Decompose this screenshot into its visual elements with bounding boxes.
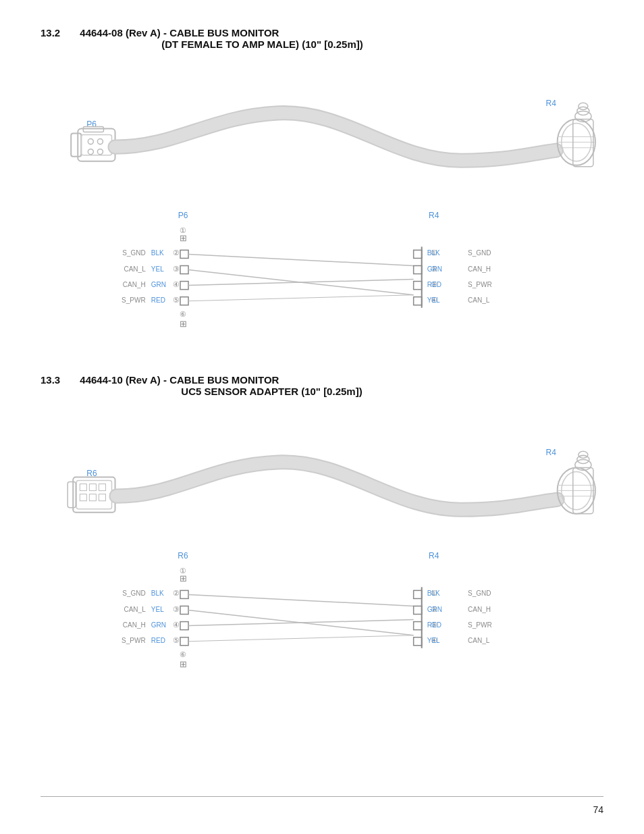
svg-rect-2 [71, 134, 81, 157]
svg-line-100 [188, 619, 414, 625]
svg-rect-94 [180, 606, 188, 614]
left-connector-13-3: R6 [68, 469, 115, 513]
svg-text:CAN_H: CAN_H [468, 265, 491, 272]
svg-rect-58 [414, 297, 422, 305]
svg-text:CAN_L: CAN_L [468, 637, 490, 644]
svg-text:CAN_L: CAN_L [124, 605, 146, 613]
svg-line-37 [188, 279, 414, 285]
svg-text:GRN: GRN [427, 265, 442, 272]
wiring-diagram-13-2: P6 R4 ① ⊞ S_GND BLK ② CAN_L YEL ③ CAN_H … [41, 198, 603, 354]
svg-rect-113 [414, 606, 422, 614]
svg-text:BLK: BLK [427, 249, 440, 257]
svg-text:YEL: YEL [151, 265, 164, 272]
svg-text:②: ② [173, 589, 180, 597]
svg-text:S_PWR: S_PWR [122, 296, 146, 304]
section-13-2: 13.2 44644-08 (Rev A) - CABLE BUS MONITO… [41, 27, 603, 354]
section-13-3-title: 13.3 44644-10 (Rev A) - CABLE BUS MONITO… [41, 374, 603, 397]
svg-rect-99 [180, 621, 188, 629]
svg-text:⑥: ⑥ [180, 650, 186, 658]
svg-text:BLK: BLK [427, 590, 440, 597]
svg-rect-36 [180, 281, 188, 289]
svg-text:R4: R4 [429, 551, 439, 561]
svg-text:RED: RED [151, 296, 165, 304]
svg-text:S_PWR: S_PWR [468, 281, 492, 288]
svg-text:S_PWR: S_PWR [122, 637, 146, 644]
svg-rect-109 [414, 590, 422, 598]
svg-rect-26 [180, 250, 188, 258]
svg-text:GRN: GRN [151, 281, 166, 288]
page-number: 74 [593, 804, 603, 815]
svg-text:BLK: BLK [151, 590, 164, 597]
svg-text:CAN_H: CAN_H [123, 281, 146, 288]
svg-text:YEL: YEL [151, 605, 164, 613]
svg-text:S_GND: S_GND [468, 590, 491, 597]
svg-rect-63 [73, 477, 115, 513]
svg-rect-41 [180, 297, 188, 305]
svg-text:④: ④ [173, 280, 180, 288]
svg-text:R6: R6 [86, 469, 97, 478]
svg-text:②: ② [173, 249, 180, 257]
svg-rect-104 [180, 637, 188, 646]
svg-text:⑤: ⑤ [173, 296, 180, 304]
svg-point-5 [97, 139, 103, 145]
cable-diagram-13-3: R6 R4 [41, 402, 603, 531]
svg-text:③: ③ [173, 604, 180, 613]
svg-text:⊞: ⊞ [180, 659, 187, 669]
svg-text:BLK: BLK [151, 249, 164, 257]
svg-rect-3 [81, 135, 111, 155]
svg-text:S_PWR: S_PWR [468, 621, 492, 629]
svg-text:⊞: ⊞ [180, 233, 187, 243]
svg-rect-121 [414, 637, 422, 646]
section-13-2-title: 13.2 44644-08 (Rev A) - CABLE BUS MONITO… [41, 27, 603, 50]
svg-rect-31 [180, 265, 188, 273]
svg-rect-71 [68, 482, 76, 508]
svg-text:GRN: GRN [427, 605, 442, 613]
svg-point-6 [88, 149, 93, 155]
svg-text:RED: RED [427, 621, 441, 629]
svg-line-90 [188, 594, 414, 606]
svg-rect-70 [99, 494, 105, 501]
svg-rect-66 [89, 484, 96, 491]
svg-line-42 [188, 295, 414, 301]
svg-text:YEL: YEL [427, 637, 440, 644]
svg-rect-46 [414, 250, 422, 258]
cable-diagram-13-2: P6 R4 [41, 55, 603, 184]
svg-line-27 [188, 254, 414, 265]
svg-rect-117 [414, 621, 422, 629]
svg-text:S_GND: S_GND [468, 249, 491, 257]
svg-text:CAN_H: CAN_H [468, 605, 491, 613]
svg-rect-68 [80, 494, 86, 501]
svg-text:CAN_H: CAN_H [123, 621, 146, 629]
svg-text:⑤: ⑤ [173, 636, 180, 644]
svg-text:④: ④ [173, 621, 180, 629]
svg-text:R4: R4 [546, 448, 557, 457]
svg-rect-54 [414, 281, 422, 289]
svg-text:⑥: ⑥ [180, 310, 186, 318]
svg-text:RED: RED [151, 637, 165, 644]
svg-text:YEL: YEL [427, 296, 440, 304]
svg-text:⊞: ⊞ [180, 319, 187, 329]
svg-rect-65 [80, 484, 86, 491]
page: 13.2 44644-08 (Rev A) - CABLE BUS MONITO… [0, 0, 644, 834]
wiring-diagram-13-3: R6 R4 ① ⊞ S_GND BLK ② CAN_L YEL ③ CAN_H … [41, 538, 603, 694]
svg-text:R4: R4 [429, 211, 439, 220]
svg-text:R6: R6 [178, 551, 188, 561]
svg-text:③: ③ [173, 264, 180, 272]
svg-point-81 [579, 451, 588, 458]
svg-line-105 [188, 635, 414, 642]
bottom-rule [41, 796, 603, 797]
section-number: 13.2 [41, 27, 74, 38]
svg-text:R4: R4 [546, 99, 557, 108]
svg-point-7 [97, 149, 103, 155]
section-13-3: 13.3 44644-10 (Rev A) - CABLE BUS MONITO… [41, 374, 603, 694]
svg-point-4 [88, 139, 93, 145]
svg-text:CAN_L: CAN_L [124, 265, 146, 272]
svg-text:P6: P6 [86, 120, 97, 129]
svg-text:P6: P6 [178, 211, 188, 220]
svg-text:CAN_L: CAN_L [468, 296, 490, 304]
svg-rect-69 [89, 494, 96, 501]
svg-rect-64 [76, 481, 111, 509]
svg-text:S_GND: S_GND [122, 249, 146, 257]
section-number-2: 13.3 [41, 374, 74, 386]
svg-rect-67 [99, 484, 105, 491]
